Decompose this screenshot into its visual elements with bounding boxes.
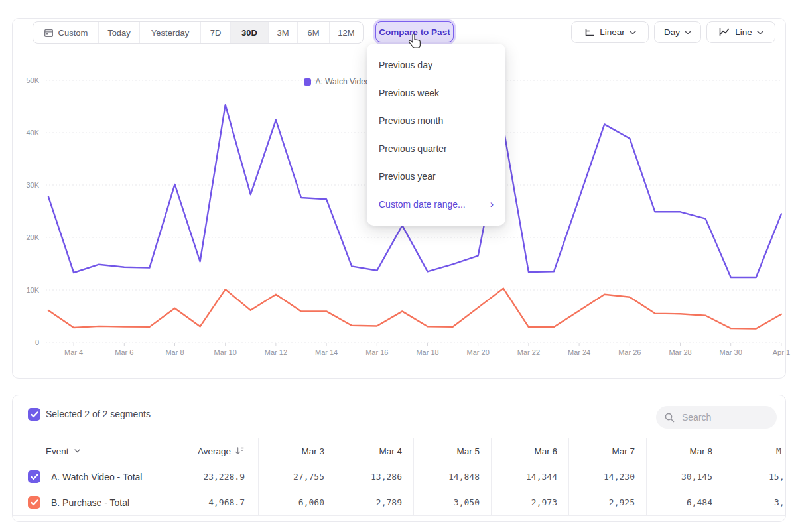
table-bottom-divider [13,515,786,516]
event-column-header[interactable]: Event [13,446,160,456]
x-tick-label: Mar 10 [208,348,243,356]
day-value: 30,145 [681,472,712,482]
day-column-header[interactable]: Mar 6 [491,438,568,464]
y-tick-label: 0 [17,338,39,347]
sort-descending-icon [235,446,245,456]
insights-report-page: CustomTodayYesterday7D30D3M6M12M Compare… [0,0,796,532]
y-tick-label: 30K [17,180,39,190]
day-column-header[interactable]: Mar 5 [413,438,491,464]
day-value: 13,286 [371,472,402,482]
table-row: B. Purchase - Total4,968.76,0602,7893,05… [13,490,786,515]
day-value: 2,925 [609,498,635,507]
clipped-day-value: 15, [769,472,784,482]
y-tick-label: 40K [17,128,39,137]
x-tick-label: Mar 26 [612,348,647,356]
segment-label: A. Watch Video - Total [51,472,142,482]
chevron-down-icon [74,449,80,453]
y-tick-label: 20K [17,233,39,242]
x-tick-label: Mar 6 [106,348,142,356]
x-tick-label: Mar 30 [713,348,749,356]
select-all-checkbox[interactable] [28,408,40,421]
day-column-header[interactable]: Mar 3 [258,438,336,464]
menu-item-previous-week[interactable]: Previous week [367,79,505,107]
average-value: 23,228.9 [203,472,245,482]
clipped-day-header: M [776,446,781,456]
x-tick-label: Mar 4 [56,348,92,356]
menu-item-previous-month[interactable]: Previous month [367,107,505,135]
menu-item-custom-date-range[interactable]: Custom date range...› [367,190,505,218]
x-tick-label: Mar 12 [258,348,294,356]
segment-label: B. Purchase - Total [51,498,129,508]
x-tick-label: Apr 1 [763,348,796,356]
search-field[interactable] [656,406,777,429]
day-value: 14,230 [604,472,635,482]
day-column-header[interactable]: Mar 7 [568,438,646,464]
x-tick-label: Mar 18 [410,348,446,356]
compare-to-past-menu: Previous dayPrevious weekPrevious monthP… [367,44,505,226]
x-tick-label: Mar 20 [460,348,496,356]
segments-summary-label: Selected 2 of 2 segments [46,409,151,420]
day-value: 2,973 [531,498,557,507]
search-icon [664,412,675,423]
x-tick-label: Mar 28 [663,348,698,356]
day-value: 14,848 [448,472,480,482]
segment-checkbox[interactable] [28,470,40,483]
day-value: 6,060 [298,498,324,507]
legend-swatch [304,78,311,86]
day-value: 14,344 [526,472,557,482]
clipped-day-value: 3, [774,498,785,507]
x-tick-label: Mar 14 [308,348,344,356]
table-row: A. Watch Video - Total23,228.927,75513,2… [13,464,786,490]
average-column-header[interactable]: Average [160,446,258,456]
x-tick-label: Mar 8 [157,348,193,356]
custom-date-range-label: Custom date range... [379,199,466,210]
day-value: 6,484 [687,498,712,507]
x-tick-label: Mar 24 [561,348,597,356]
segment-checkbox[interactable] [28,496,40,509]
chevron-right-icon: › [490,199,494,210]
y-tick-label: 10K [17,285,39,295]
day-value: 2,789 [376,498,402,507]
search-input[interactable] [681,411,760,423]
menu-item-previous-quarter[interactable]: Previous quarter [367,135,505,163]
table-header-row: Event Average Mar 3Mar 4Mar 5Mar 6Mar 7M… [13,438,786,464]
event-header-label: Event [46,446,69,456]
x-tick-label: Mar 16 [359,348,395,356]
menu-item-previous-day[interactable]: Previous day [367,51,505,79]
day-value: 3,050 [454,498,480,507]
menu-item-previous-year[interactable]: Previous year [367,163,505,190]
average-header-label: Average [198,446,231,456]
day-column-header[interactable]: Mar 4 [336,438,413,464]
x-tick-label: Mar 22 [511,348,547,356]
average-value: 4,968.7 [208,498,245,507]
segments-table: Event Average Mar 3Mar 4Mar 5Mar 6Mar 7M… [13,438,786,515]
segments-table-card: Selected 2 of 2 segments Event Average [12,395,786,522]
segments-summary-row: Selected 2 of 2 segments [13,405,785,431]
day-value: 27,755 [293,472,324,482]
series-line-b-purchase-total[interactable] [48,289,781,329]
day-column-header[interactable]: Mar 8 [646,438,724,464]
